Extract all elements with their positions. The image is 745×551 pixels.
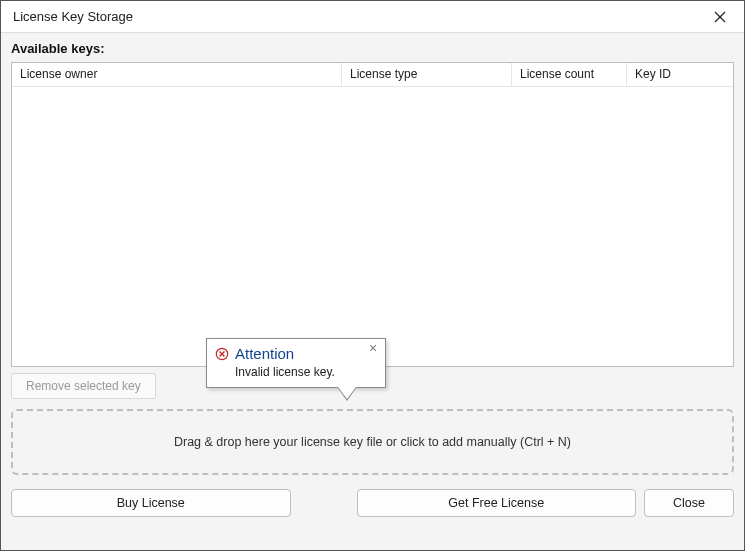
column-license-owner[interactable]: License owner	[12, 63, 342, 87]
buy-license-button[interactable]: Buy License	[11, 489, 291, 517]
table-body-empty[interactable]	[12, 87, 733, 366]
column-license-count[interactable]: License count	[512, 63, 627, 87]
window-title: License Key Storage	[13, 9, 133, 24]
dropzone-text: Drag & drop here your license key file o…	[174, 435, 571, 449]
popup-message: Invalid license key.	[235, 365, 377, 379]
popup-header: Attention	[215, 345, 377, 362]
available-keys-label: Available keys:	[11, 41, 734, 56]
error-icon	[215, 347, 229, 361]
column-license-type[interactable]: License type	[342, 63, 512, 87]
remove-selected-key-button: Remove selected key	[11, 373, 156, 399]
close-icon[interactable]	[704, 3, 736, 31]
button-spacer	[299, 489, 349, 517]
attention-popup: × Attention Invalid license key.	[206, 338, 386, 388]
column-key-id[interactable]: Key ID	[627, 63, 733, 87]
content-area: Available keys: License owner License ty…	[1, 33, 744, 550]
table-header: License owner License type License count…	[12, 63, 733, 87]
get-free-license-button[interactable]: Get Free License	[357, 489, 637, 517]
popup-arrow	[337, 387, 357, 401]
license-dropzone[interactable]: Drag & drop here your license key file o…	[11, 409, 734, 475]
license-keys-table[interactable]: License owner License type License count…	[11, 62, 734, 367]
bottom-button-row: Buy License Get Free License Close	[11, 489, 734, 517]
popup-close-icon[interactable]: ×	[366, 342, 380, 356]
popup-title: Attention	[235, 345, 294, 362]
titlebar: License Key Storage	[1, 1, 744, 33]
close-button[interactable]: Close	[644, 489, 734, 517]
